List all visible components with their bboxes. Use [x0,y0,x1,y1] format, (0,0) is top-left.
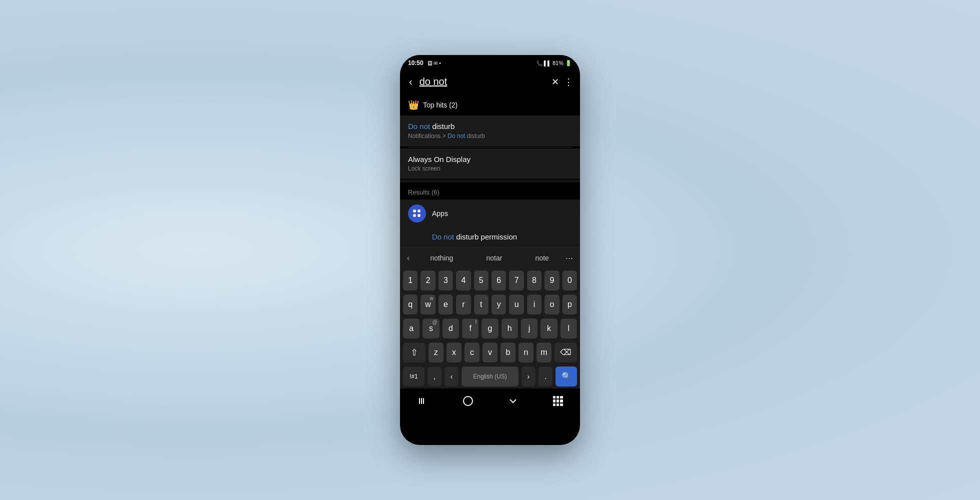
autocomplete-word-3[interactable]: note [532,252,553,264]
search-header: ‹ do not ✕ ⋮ [400,69,580,94]
status-bar: 10:50 🖼 ✉ • 📞 ▌▌ 81% 🔋 [400,55,580,69]
key-r[interactable]: r [456,294,470,314]
key-m[interactable]: m [536,342,552,362]
result-title-2: Always On Display [408,154,572,164]
navigation-bar [400,388,580,414]
back-button[interactable]: ‹ [407,74,414,90]
key-g[interactable]: g [482,318,498,338]
key-7[interactable]: 7 [509,270,524,290]
asdf-row: a s@ d ff g h j k l [400,316,580,340]
result-always-on-display[interactable]: Always On Display Lock screen [400,148,580,179]
apps-result-item[interactable]: Do not disturb permission [400,228,580,247]
key-h[interactable]: h [502,318,518,338]
nav-home-button[interactable] [463,396,473,406]
key-p[interactable]: p [562,294,577,314]
key-s[interactable]: s@ [422,318,439,338]
result-do-not-disturb[interactable]: Do not disturb Notifications > Do not di… [400,116,580,146]
lang-next-key[interactable]: › [522,366,536,386]
results-label: Results (6) [408,188,440,196]
key-i[interactable]: i [527,294,542,314]
key-a[interactable]: a [403,318,420,338]
space-key[interactable]: English (US) [462,366,518,386]
qwerty-row: q ww e r t· y u i o p [400,292,580,316]
top-hits-header: 👑 Top hits (2) [400,94,580,114]
search-text-plain: do [420,76,434,87]
result-suffix-1: disturb [432,122,454,130]
status-right-icons: 📞 ▌▌ 81% 🔋 [536,60,572,66]
call-icon: 📞 [536,60,542,66]
more-options-button[interactable]: ⋮ [564,76,573,88]
nav-apps-button[interactable] [553,396,563,406]
status-media-icons: 🖼 ✉ • [428,60,441,66]
key-4[interactable]: 4 [456,270,470,290]
bottom-row: !#1 , ‹ English (US) › . 🔍 [400,364,580,388]
key-2[interactable]: 2 [420,270,435,290]
key-8[interactable]: 8 [527,270,542,290]
autocomplete-more-button[interactable]: ··· [566,253,573,264]
result-subtitle-highlight-1: Do not [448,132,465,140]
key-q[interactable]: q [403,294,418,314]
key-6[interactable]: 6 [492,270,506,290]
key-u[interactable]: u [509,294,524,314]
key-t[interactable]: t· [474,294,488,314]
key-l[interactable]: l [560,318,577,338]
period-key[interactable]: . [538,366,552,386]
autocomplete-bar: ‹ nothing notar note ··· [400,247,580,268]
shift-key[interactable]: ⇧ [403,342,426,362]
autocomplete-back-button[interactable]: ‹ [407,252,414,264]
apps-result-suffix: disturb permission [454,232,517,241]
delete-key[interactable]: ⌫ [554,342,577,362]
key-y[interactable]: y [492,294,506,314]
svg-rect-2 [423,398,424,404]
apps-dot-1 [413,210,416,212]
clear-button[interactable]: ✕ [552,76,559,88]
key-w[interactable]: ww [420,294,435,314]
result-subtitle-1: Notifications > Do not disturb [408,132,572,140]
search-key[interactable]: 🔍 [556,366,577,386]
lang-prev-key[interactable]: ‹ [444,366,458,386]
apps-icon [408,204,426,222]
key-0[interactable]: 0 [562,270,577,290]
battery-icon: 🔋 [565,60,572,66]
symbols-key[interactable]: !#1 [403,366,424,386]
key-5[interactable]: 5 [474,270,488,290]
apps-dot-4 [418,214,420,217]
key-x[interactable]: x [446,342,462,362]
autocomplete-word-2[interactable]: notar [482,252,506,264]
battery-text: 81% [552,60,564,66]
nav-down-button[interactable] [508,396,518,406]
crown-icon: 👑 [408,100,419,110]
number-row: 1 2 3 4 5 6 7 8 9 0 [400,268,580,292]
key-k[interactable]: k [540,318,557,338]
apps-category-item[interactable]: Apps [400,200,580,228]
header-actions: ✕ ⋮ [552,76,573,88]
key-v[interactable]: v [482,342,498,362]
result-subtitle-2: Lock screen [408,165,572,172]
status-left: 10:50 🖼 ✉ • [408,60,441,66]
nav-back-button[interactable] [418,396,428,406]
phone-screen: 10:50 🖼 ✉ • 📞 ▌▌ 81% 🔋 ‹ do not ✕ ⋮ 👑 To… [400,55,580,445]
apps-icon-grid [413,210,421,218]
svg-rect-1 [421,398,422,404]
status-time: 10:50 [408,60,424,66]
zxcv-row: ⇧ z x c v b n m ⌫ [400,340,580,364]
search-query[interactable]: do not [420,76,546,88]
key-n[interactable]: n [518,342,534,362]
key-o[interactable]: o [544,294,559,314]
key-c[interactable]: c [464,342,480,362]
apps-dot-3 [413,214,416,217]
comma-key[interactable]: , [428,366,442,386]
key-e[interactable]: e [438,294,453,314]
key-9[interactable]: 9 [544,270,559,290]
key-3[interactable]: 3 [438,270,453,290]
key-f[interactable]: ff [462,318,478,338]
key-z[interactable]: z [428,342,444,362]
top-hits-label: Top hits (2) [423,101,458,109]
key-j[interactable]: j [521,318,538,338]
autocomplete-word-1[interactable]: nothing [426,252,457,264]
signal-bars: ▌▌ [544,60,551,66]
apps-result-highlight: Do not [432,232,454,241]
key-b[interactable]: b [500,342,516,362]
key-d[interactable]: d [442,318,459,338]
key-1[interactable]: 1 [403,270,418,290]
